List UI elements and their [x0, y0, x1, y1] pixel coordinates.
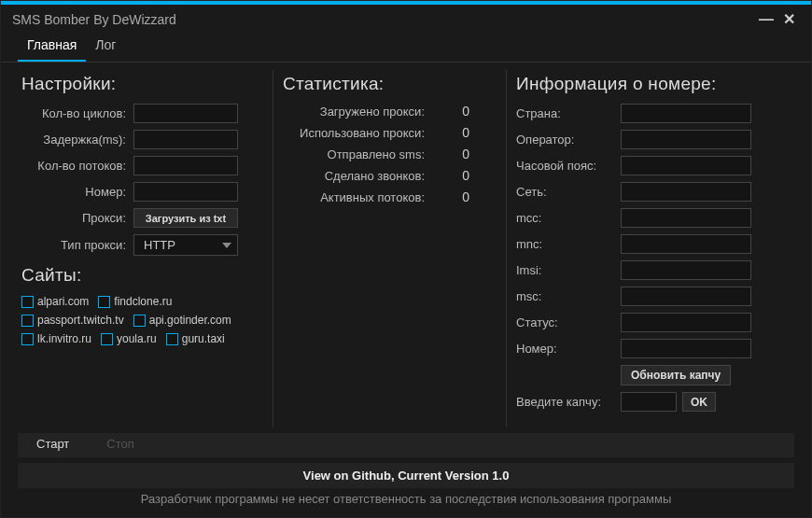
info-number-label: Номер: — [516, 342, 621, 356]
settings-panel: Настройки: Кол-во циклов: Задержка(ms): … — [12, 70, 273, 427]
stats-panel: Статистика: Загружено прокси: 0 Использо… — [273, 70, 507, 427]
proxy-type-select[interactable]: HTTP — [133, 234, 238, 256]
checkbox-icon — [101, 333, 113, 345]
captcha-input[interactable] — [621, 392, 677, 412]
content-area: Настройки: Кол-во циклов: Задержка(ms): … — [1, 63, 811, 427]
number-label: Номер: — [21, 185, 133, 199]
site-checkbox[interactable]: api.gotinder.com — [133, 314, 231, 327]
footer: Старт Стоп View on Github, Current Versi… — [1, 427, 811, 517]
delay-label: Задержка(ms): — [21, 133, 133, 147]
mnc-field[interactable] — [621, 234, 751, 254]
operator-field[interactable] — [621, 130, 751, 149]
app-window: SMS Bomber By DeWizzard — ✕ Главная Лог … — [0, 0, 812, 518]
minimize-button[interactable]: — — [755, 11, 777, 28]
calls-made-value: 0 — [432, 168, 469, 183]
used-proxy-value: 0 — [432, 125, 469, 140]
status-label: Статус: — [516, 315, 621, 329]
network-label: Сеть: — [516, 185, 621, 199]
timezone-label: Часовой пояс: — [516, 159, 621, 173]
site-checkbox[interactable]: guru.taxi — [166, 332, 225, 345]
checkbox-icon — [98, 296, 110, 308]
network-field[interactable] — [621, 182, 751, 202]
loaded-proxy-value: 0 — [432, 104, 469, 119]
site-checkbox[interactable]: alpari.com — [21, 295, 89, 308]
checkbox-icon — [21, 333, 34, 345]
info-panel: Информация о номере: Страна: Оператор: Ч… — [507, 70, 787, 427]
sent-sms-label: Отправлено sms: — [283, 147, 432, 161]
window-title: SMS Bomber By DeWizzard — [12, 12, 176, 27]
operator-label: Оператор: — [516, 133, 621, 147]
sent-sms-value: 0 — [432, 147, 469, 161]
site-checkbox[interactable]: youla.ru — [101, 332, 157, 345]
site-checkbox[interactable]: findclone.ru — [98, 295, 172, 308]
number-input[interactable] — [133, 182, 238, 202]
active-threads-value: 0 — [432, 189, 469, 204]
mnc-label: mnc: — [516, 237, 621, 251]
site-checkbox[interactable]: passport.twitch.tv — [21, 314, 124, 327]
sites-section: Сайты: alpari.com findclone.ru passport.… — [21, 265, 263, 345]
action-bar: Старт Стоп — [18, 433, 794, 457]
calls-made-label: Сделано звонков: — [283, 169, 432, 183]
refresh-captcha-button[interactable]: Обновить капчу — [621, 365, 731, 385]
ok-button[interactable]: OK — [682, 392, 716, 412]
proxy-type-label: Тип прокси: — [21, 238, 133, 252]
start-button[interactable]: Старт — [18, 433, 88, 457]
timezone-field[interactable] — [621, 156, 751, 175]
titlebar: SMS Bomber By DeWizzard — ✕ — [1, 5, 811, 32]
info-heading: Информация о номере: — [516, 74, 777, 94]
imsi-label: Imsi: — [516, 263, 621, 277]
country-label: Страна: — [516, 106, 621, 120]
tab-main[interactable]: Главная — [18, 32, 86, 62]
settings-heading: Настройки: — [21, 74, 263, 94]
proxy-type-value: HTTP — [144, 238, 175, 252]
proxy-label: Прокси: — [21, 211, 133, 225]
status-field[interactable] — [621, 313, 751, 332]
checkbox-icon — [133, 315, 146, 327]
used-proxy-label: Использовано прокси: — [283, 126, 432, 140]
threads-label: Кол-во потоков: — [21, 159, 133, 173]
checkbox-icon — [21, 296, 34, 308]
loaded-proxy-label: Загружено прокси: — [283, 105, 432, 119]
checkbox-icon — [21, 315, 34, 327]
site-checkbox[interactable]: lk.invitro.ru — [21, 332, 91, 345]
info-number-field[interactable] — [621, 339, 751, 358]
country-field[interactable] — [621, 104, 751, 123]
cycles-input[interactable] — [133, 104, 238, 123]
stats-heading: Статистика: — [283, 74, 497, 94]
checkbox-icon — [166, 333, 178, 345]
disclaimer-text: Разработчик программы не несет ответстве… — [18, 488, 794, 508]
chevron-down-icon — [222, 243, 231, 248]
active-threads-label: Активных потоков: — [283, 190, 432, 204]
sites-heading: Сайты: — [21, 265, 263, 286]
threads-input[interactable] — [133, 156, 238, 175]
cycles-label: Кол-во циклов: — [21, 106, 133, 120]
tab-log[interactable]: Лог — [86, 32, 125, 62]
msc-field[interactable] — [621, 287, 751, 306]
imsi-field[interactable] — [621, 260, 751, 280]
mcc-label: mcc: — [516, 211, 621, 225]
tab-bar: Главная Лог — [1, 32, 811, 63]
delay-input[interactable] — [133, 130, 238, 149]
mcc-field[interactable] — [621, 208, 751, 228]
github-link[interactable]: View on Github, Current Version 1.0 — [18, 463, 794, 488]
close-button[interactable]: ✕ — [777, 10, 800, 28]
enter-captcha-label: Введите капчу: — [516, 395, 621, 409]
stop-button[interactable]: Стоп — [88, 433, 152, 457]
msc-label: msc: — [516, 289, 621, 303]
load-txt-button[interactable]: Загрузить из txt — [133, 208, 238, 228]
